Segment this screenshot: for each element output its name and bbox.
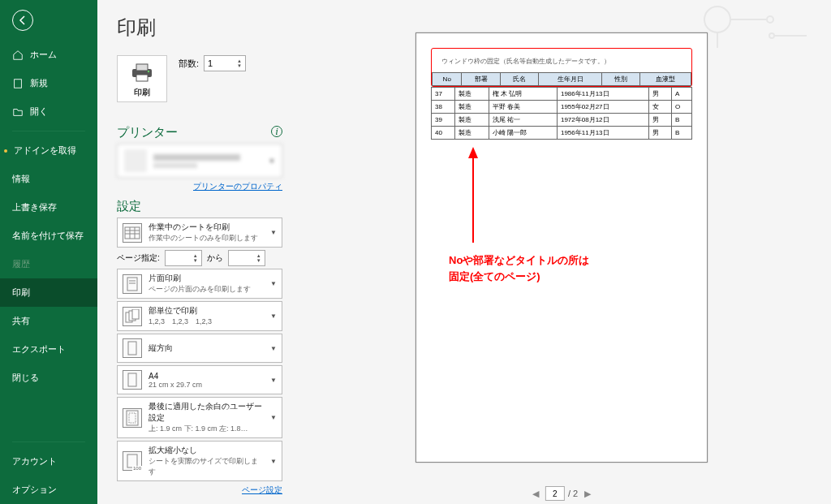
- sidebar-item-saveas[interactable]: 名前を付けて保存: [0, 222, 97, 250]
- sidebar-addin-label: アドインを取得: [14, 144, 76, 157]
- svg-rect-16: [127, 278, 137, 291]
- table-cell: 男: [648, 88, 671, 101]
- page-setup-link[interactable]: ページ設定: [117, 485, 282, 496]
- table-cell: 37: [432, 88, 455, 101]
- preview-header-cell: 性別: [601, 73, 639, 86]
- scaling-title: 拡大縮小なし: [149, 445, 264, 456]
- preview-header-cell: No: [433, 73, 462, 86]
- page-navigation: ◀ / 2 ▶: [529, 486, 594, 501]
- preview-table-body: 37製造権 木 弘明1986年11月13日男A38製造平野 春美1955年02月…: [431, 87, 692, 140]
- home-icon: [12, 50, 24, 61]
- table-row: 37製造権 木 弘明1986年11月13日男A: [432, 88, 692, 101]
- sides-selector[interactable]: 片面印刷 ページの片面のみを印刷します ▼: [117, 269, 282, 299]
- table-cell: A: [671, 88, 691, 101]
- collate-selector[interactable]: 部単位で印刷 1,2,3 1,2,3 1,2,3 ▼: [117, 301, 282, 331]
- print-what-sub: 作業中のシートのみを印刷します: [149, 233, 264, 243]
- sidebar-item-share[interactable]: 共有: [0, 307, 97, 335]
- table-cell: 1972年08月12日: [557, 114, 648, 127]
- paper-icon: [123, 370, 142, 390]
- sidebar-item-info[interactable]: 情報: [0, 165, 97, 193]
- svg-rect-23: [128, 373, 136, 386]
- sidebar-item-open[interactable]: 開く: [0, 97, 97, 126]
- table-cell: 小崎 陽一郎: [489, 127, 557, 140]
- printer-icon: [129, 62, 155, 82]
- print-button[interactable]: 印刷: [117, 55, 167, 102]
- paper-size-selector[interactable]: A4 21 cm x 29.7 cm ▼: [117, 365, 282, 394]
- collate-title: 部単位で印刷: [149, 305, 264, 317]
- sidebar-item-options[interactable]: オプション: [0, 476, 97, 504]
- prev-page-button[interactable]: ◀: [529, 489, 542, 499]
- sidebar-save-label: 上書き保存: [12, 201, 57, 213]
- page-total-label: / 2: [568, 489, 578, 498]
- table-cell: 製造: [455, 114, 489, 127]
- preview-header-cell: 氏名: [500, 73, 538, 86]
- preview-header-row: No部署氏名生年月日性別血液型: [433, 73, 691, 86]
- sheets-icon: [123, 223, 142, 243]
- annotation-arrow-icon: [465, 147, 481, 244]
- settings-heading: 設定: [117, 199, 282, 214]
- copies-spinner[interactable]: 1 ▲▼: [204, 55, 246, 71]
- preview-table: No部署氏名生年月日性別血液型: [432, 72, 691, 86]
- printer-selector[interactable]: ▼: [117, 144, 282, 178]
- svg-point-10: [148, 71, 149, 72]
- sidebar-item-save[interactable]: 上書き保存: [0, 193, 97, 222]
- next-page-button[interactable]: ▶: [581, 489, 594, 499]
- sidebar-item-new[interactable]: 新規: [0, 69, 97, 97]
- print-what-selector[interactable]: 作業中のシートを印刷 作業中のシートのみを印刷します ▼: [117, 218, 282, 248]
- sidebar-account-label: アカウント: [12, 455, 57, 467]
- sidebar-item-close[interactable]: 閉じる: [0, 364, 97, 392]
- scaling-selector[interactable]: 100 拡大縮小なし シートを実際のサイズで印刷します ▼: [117, 441, 282, 481]
- portrait-icon: [123, 338, 142, 358]
- current-page-input[interactable]: [545, 486, 565, 501]
- scaling-sub: シートを実際のサイズで印刷します: [149, 456, 264, 477]
- back-button[interactable]: [0, 0, 97, 41]
- svg-rect-22: [128, 342, 136, 355]
- svg-rect-25: [129, 413, 136, 423]
- print-settings-column: 印刷 印刷 部数: 1 ▲▼ プリンター: [97, 0, 292, 504]
- table-cell: B: [671, 127, 691, 140]
- table-cell: 浅尾 祐一: [489, 114, 557, 127]
- table-cell: O: [671, 101, 691, 114]
- sidebar-open-label: 開く: [30, 106, 48, 118]
- svg-marker-28: [468, 147, 478, 158]
- orientation-title: 縦方向: [149, 342, 264, 354]
- page-title: 印刷: [117, 15, 282, 41]
- table-cell: 男: [648, 127, 671, 140]
- sidebar-item-addin[interactable]: アドインを取得: [0, 136, 97, 165]
- svg-rect-9: [136, 75, 148, 81]
- sidebar-item-account[interactable]: アカウント: [0, 447, 97, 476]
- scaling-icon: 100: [123, 451, 142, 471]
- page-to-spinner[interactable]: ▲▼: [228, 250, 265, 266]
- print-what-title: 作業中のシートを印刷: [149, 222, 264, 233]
- preview-header-cell: 部署: [462, 73, 500, 86]
- table-cell: 製造: [455, 88, 489, 101]
- sidebar-share-label: 共有: [12, 315, 30, 327]
- page-from-spinner[interactable]: ▲▼: [165, 250, 202, 266]
- svg-rect-21: [132, 309, 139, 319]
- preview-header-cell: 血液型: [640, 73, 691, 86]
- sidebar-item-print[interactable]: 印刷: [0, 278, 97, 307]
- margins-selector[interactable]: 最後に適用した余白のユーザー設定 上: 1.9 cm 下: 1.9 cm 左: …: [117, 397, 282, 438]
- printer-properties-link[interactable]: プリンターのプロパティ: [117, 181, 282, 192]
- back-arrow-icon: [18, 15, 28, 25]
- main-content: 印刷 印刷 部数: 1 ▲▼ プリンター: [97, 0, 831, 504]
- table-row: 40製造小崎 陽一郎1956年11月13日男B: [432, 127, 692, 140]
- table-cell: 1955年02月27日: [557, 101, 648, 114]
- collate-sub: 1,2,3 1,2,3 1,2,3: [149, 317, 264, 327]
- table-cell: 製造: [455, 101, 489, 114]
- sides-sub: ページの片面のみを印刷します: [149, 284, 264, 295]
- chevron-down-icon: ▼: [270, 229, 277, 236]
- sidebar-info-label: 情報: [12, 173, 30, 185]
- page-to-label: から: [207, 252, 223, 264]
- chevron-down-icon[interactable]: ▼: [237, 63, 242, 68]
- info-icon[interactable]: i: [271, 126, 282, 137]
- sidebar-item-export[interactable]: エクスポート: [0, 335, 97, 364]
- orientation-selector[interactable]: 縦方向 ▼: [117, 334, 282, 363]
- sidebar-export-label: エクスポート: [12, 343, 66, 355]
- table-cell: 製造: [455, 127, 489, 140]
- addin-indicator-icon: [4, 149, 7, 153]
- sidebar-item-home[interactable]: ホーム: [0, 41, 97, 69]
- new-icon: [12, 78, 24, 89]
- preview-page: ウィンドウ枠の固定（氏名等自動生成したデータです。） No部署氏名生年月日性別血…: [416, 32, 708, 463]
- page-from-label: ページ指定:: [117, 252, 160, 264]
